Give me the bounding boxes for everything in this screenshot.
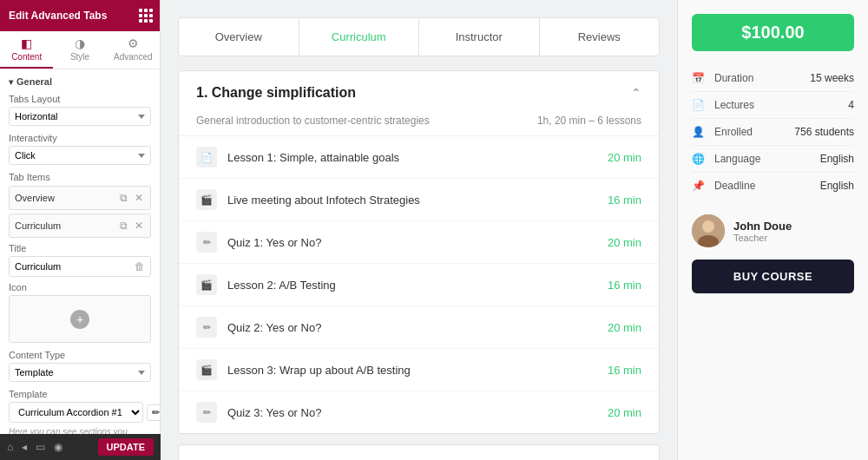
grid-icon[interactable]: [139, 9, 151, 23]
bottom-icon-eye[interactable]: ◉: [54, 441, 62, 453]
left-tabs: ◧ Content ◑ Style ⚙ Advanced: [0, 31, 160, 69]
info-table: 📅 Duration 15 weeks 📄 Lectures 4 👤 Enrol…: [692, 65, 854, 199]
lesson-duration-0: 20 min: [608, 151, 641, 164]
language-value: English: [820, 153, 854, 165]
lectures-label: Lectures: [714, 99, 848, 111]
interactivity-label: Interactivity: [9, 133, 151, 143]
sidebar-body: General Tabs Layout Horizontal Interacti…: [0, 69, 160, 460]
lesson-icon-1: 🎬: [196, 189, 217, 210]
interactivity-select[interactable]: Click: [9, 146, 151, 165]
deadline-value: English: [820, 180, 854, 192]
lesson-row-5: 🎬 Lesson 3: Wrap up about A/B testing 16…: [179, 349, 659, 391]
main-tabs: Overview Curriculum Instructor Reviews: [178, 17, 660, 56]
title-delete-btn[interactable]: 🗑: [135, 260, 145, 273]
lectures-icon: 📄: [692, 99, 707, 111]
teacher-avatar: [692, 214, 725, 247]
bottom-icon-arrow[interactable]: ◂: [22, 441, 27, 453]
advanced-icon: ⚙: [128, 36, 139, 50]
lesson-icon-2: ✏: [196, 232, 217, 253]
tab-item-curriculum-name: Curriculum: [15, 220, 118, 231]
title-label: Title: [9, 243, 151, 253]
lesson-icon-5: 🎬: [196, 359, 217, 380]
lesson-duration-1: 16 min: [608, 194, 641, 207]
content-type-row: Content Type Template: [9, 350, 151, 382]
info-row-duration: 📅 Duration 15 weeks: [692, 65, 854, 92]
tab-overview[interactable]: Overview: [179, 18, 299, 56]
language-label: Language: [714, 153, 820, 165]
icon-add-btn[interactable]: +: [70, 310, 89, 329]
deadline-icon: 📌: [692, 180, 707, 192]
lesson-row-4: ✏ Quiz 2: Yes or No? 20 min: [179, 306, 659, 349]
lesson-name-0: Lesson 1: Simple, attainable goals: [227, 151, 608, 164]
tabs-layout-label: Tabs Layout: [9, 94, 151, 104]
lesson-icon-3: 🎬: [196, 274, 217, 295]
lesson-icon-0: 📄: [196, 147, 217, 168]
right-panel: $100.00 📅 Duration 15 weeks 📄 Lectures 4…: [677, 0, 868, 460]
tab-item-overview-delete[interactable]: ✕: [133, 191, 145, 205]
accordion-1-chevron: ⌃: [631, 86, 641, 100]
accordion-2-header[interactable]: 2. Customer Advisory Board ⌄: [179, 445, 659, 460]
lesson-duration-2: 20 min: [608, 236, 641, 249]
title-input[interactable]: [15, 261, 135, 272]
lesson-row-2: ✏ Quiz 1: Yes or No? 20 min: [179, 221, 659, 264]
tabs-layout-select[interactable]: Horizontal: [9, 107, 151, 126]
lesson-row-6: ✏ Quiz 3: Yes or No? 20 min: [179, 391, 659, 433]
lectures-value: 4: [848, 99, 854, 111]
duration-value: 15 weeks: [810, 72, 854, 84]
accordion-1: 1. Change simplification ⌃ General intro…: [178, 70, 660, 434]
lesson-name-6: Quiz 3: Yes or No?: [227, 406, 608, 419]
accordion-1-sub: General introduction to customer-centric…: [179, 115, 659, 136]
bottom-icon-home[interactable]: ⌂: [7, 441, 13, 453]
template-edit-btn[interactable]: ✏: [147, 404, 160, 421]
tab-curriculum[interactable]: Curriculum: [299, 18, 420, 56]
template-row: Curriculum Accordion #1 ✏ +: [9, 402, 151, 423]
update-btn[interactable]: UPDATE: [98, 438, 154, 456]
content-type-select[interactable]: Template: [9, 363, 151, 382]
style-icon: ◑: [75, 36, 85, 50]
enrolled-value: 756 students: [794, 126, 854, 138]
tab-item-overview-duplicate[interactable]: ⧉: [118, 191, 129, 205]
tab-reviews[interactable]: Reviews: [540, 18, 660, 56]
lesson-row-0: 📄 Lesson 1: Simple, attainable goals 20 …: [179, 136, 659, 179]
lesson-name-2: Quiz 1: Yes or No?: [227, 236, 608, 249]
tab-items-label: Tab Items: [9, 172, 151, 182]
bottom-bar: ⌂ ◂ ▭ ◉ UPDATE: [0, 434, 161, 460]
tab-item-overview: Overview ⧉ ✕: [9, 186, 151, 210]
svg-point-1: [702, 220, 714, 233]
teacher-role: Teacher: [733, 233, 854, 243]
tab-instructor[interactable]: Instructor: [419, 18, 540, 56]
general-section: General: [9, 76, 151, 87]
tab-style[interactable]: ◑ Style: [53, 31, 106, 69]
content-type-label: Content Type: [9, 350, 151, 360]
bottom-icon-monitor[interactable]: ▭: [36, 441, 45, 453]
buy-course-btn[interactable]: BUY COURSE: [692, 260, 854, 293]
tab-item-curriculum-duplicate[interactable]: ⧉: [118, 219, 129, 233]
tab-item-overview-name: Overview: [15, 193, 118, 203]
duration-label: Duration: [714, 72, 810, 84]
tab-content[interactable]: ◧ Content: [0, 31, 53, 69]
lesson-name-5: Lesson 3: Wrap up about A/B testing: [227, 364, 608, 377]
lesson-name-1: Live meeting about Infotech Strategies: [227, 194, 608, 207]
tab-item-curriculum-delete[interactable]: ✕: [133, 219, 145, 233]
template-select[interactable]: Curriculum Accordion #1: [9, 402, 143, 423]
duration-icon: 📅: [692, 72, 707, 84]
lesson-duration-3: 16 min: [608, 279, 641, 292]
info-row-language: 🌐 Language English: [692, 146, 854, 173]
enrolled-icon: 👤: [692, 126, 707, 138]
lesson-duration-6: 20 min: [608, 406, 641, 419]
info-row-enrolled: 👤 Enrolled 756 students: [692, 119, 854, 146]
accordion-1-header[interactable]: 1. Change simplification ⌃: [179, 71, 659, 115]
lesson-icon-6: ✏: [196, 402, 217, 423]
enrolled-label: Enrolled: [714, 126, 794, 138]
title-input-row: 🗑: [9, 256, 151, 277]
teacher-name: John Doue: [733, 220, 854, 233]
lesson-row-3: 🎬 Lesson 2: A/B Testing 16 min: [179, 264, 659, 306]
teacher-info: John Doue Teacher: [733, 220, 854, 243]
main-area: Overview Curriculum Instructor Reviews 1…: [161, 0, 677, 460]
accordion-2: 2. Customer Advisory Board ⌄: [178, 444, 660, 460]
tab-advanced[interactable]: ⚙ Advanced: [107, 31, 160, 69]
content-icon: ◧: [21, 36, 32, 50]
lesson-row-1: 🎬 Live meeting about Infotech Strategies…: [179, 179, 659, 221]
lesson-name-4: Quiz 2: Yes or No?: [227, 321, 608, 334]
icon-label: Icon: [9, 282, 151, 292]
